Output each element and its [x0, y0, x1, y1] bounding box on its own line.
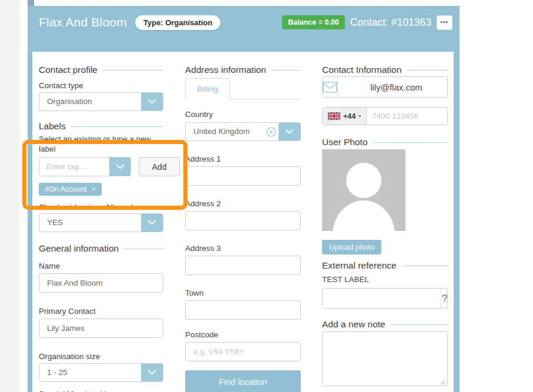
heading-rule [402, 266, 448, 266]
contact-information-heading: Contact Information [322, 65, 448, 75]
heading-rule [271, 70, 301, 71]
person-silhouette-icon [322, 149, 405, 231]
envelope-icon [323, 77, 338, 97]
note-textarea[interactable] [322, 331, 448, 386]
country-select[interactable]: United Kingdom [185, 122, 301, 141]
organisation-size-label: Organisation size [39, 352, 163, 361]
address3-input[interactable] [185, 256, 301, 275]
scroll-notch [28, 0, 34, 6]
town-input[interactable] [185, 300, 301, 320]
tag-chip[interactable]: #On Account × [39, 183, 102, 196]
heading-rule [407, 70, 448, 71]
upload-photo-button[interactable]: Upload photo [322, 240, 381, 254]
chevron-down-icon[interactable] [109, 158, 130, 176]
chevron-down-icon[interactable] [141, 364, 163, 381]
page-left-gutter [0, 0, 19, 392]
panel-header: Flax And Bloom Type: Organisation Balanc… [28, 6, 460, 32]
name-input[interactable] [39, 273, 163, 293]
contact-profile-column: Contact profile Contact type Organisatio… [39, 65, 163, 392]
phone-field: +44 ▾ [322, 107, 448, 125]
contact-panel: Flax And Bloom Type: Organisation Balanc… [28, 6, 460, 392]
contact-type-select[interactable]: Organisation [39, 92, 163, 111]
address2-input[interactable] [185, 211, 301, 230]
address3-label: Address 3 [185, 244, 301, 253]
chevron-down-icon[interactable] [279, 123, 300, 140]
postcode-input[interactable] [185, 342, 301, 361]
panel-body: Contact profile Contact type Organisatio… [32, 52, 454, 392]
phone-input[interactable] [367, 108, 448, 125]
address1-label: Address 1 [185, 155, 301, 163]
address-column: Address information Billing Country Unit… [185, 65, 301, 392]
address-information-heading: Address information [185, 65, 301, 75]
note-field-wrap [322, 331, 448, 388]
tag-chip-label: #On Account [45, 185, 87, 193]
more-options-button[interactable]: ••• [437, 15, 452, 30]
header-right-group: Balance = 0.00 Contact: #101363 ••• [282, 15, 452, 30]
question-mark-icon[interactable]: ? [441, 289, 448, 308]
organisation-size-select[interactable]: 1 - 25 [39, 363, 163, 382]
contact-profile-heading: Contact profile [39, 65, 163, 75]
address-tab-bar: Billing [185, 78, 301, 99]
email-field [322, 76, 448, 98]
type-badge: Type: Organisation [135, 15, 221, 30]
primary-contact-label: Primary Contact [39, 307, 163, 316]
tag-select[interactable] [39, 157, 131, 176]
chevron-down-icon[interactable] [141, 214, 163, 232]
user-photo-heading: User Photo [322, 137, 448, 148]
address2-label: Address 2 [185, 199, 301, 208]
checkout-invoices-select[interactable]: YES [39, 213, 163, 232]
primary-contact-input[interactable] [39, 319, 163, 338]
labels-hint: Select an existing or type a new label [39, 134, 165, 154]
circle-x-icon[interactable] [263, 123, 279, 140]
contact-information-column: Contact Information [322, 65, 448, 388]
name-label: Name [39, 262, 163, 270]
resize-handle-icon[interactable] [440, 379, 445, 385]
heading-rule [391, 324, 448, 325]
tab-billing[interactable]: Billing [185, 78, 230, 99]
find-location-button[interactable]: Find location [185, 370, 301, 392]
add-note-heading: Add a new note [322, 319, 448, 330]
page: Flax And Bloom Type: Organisation Balanc… [0, 0, 533, 392]
phone-country-code: +44 [343, 112, 356, 120]
town-label: Town [185, 289, 301, 297]
phone-country-selector[interactable]: +44 ▾ [323, 108, 367, 125]
caret-down-icon: ▾ [358, 113, 361, 119]
tag-input[interactable] [39, 158, 109, 176]
external-reference-input[interactable] [323, 289, 441, 308]
address1-input[interactable] [185, 166, 301, 186]
country-label: Country [185, 110, 301, 119]
contact-type-label: Contact type [39, 81, 163, 90]
external-reference-field: ? [322, 288, 448, 309]
heading-rule [373, 142, 448, 143]
chevron-down-icon[interactable] [141, 93, 163, 110]
email-input[interactable] [338, 77, 448, 97]
heading-rule [103, 70, 163, 71]
external-reference-heading: External reference [322, 260, 448, 271]
heading-rule [124, 249, 163, 249]
tag-entry-row: Add [39, 157, 180, 176]
contact-ref: Contact: #101363 [350, 16, 431, 29]
test-label: TEST LABEL [322, 275, 448, 284]
page-title: Flax And Bloom [39, 15, 127, 29]
clipped-next-label: Special Membership [39, 390, 163, 392]
checkout-invoices-label: Checkout Invoices Allowed [39, 203, 163, 212]
general-information-heading: General information [39, 243, 163, 254]
add-tag-button[interactable]: Add [139, 157, 180, 176]
balance-badge: Balance = 0.00 [282, 15, 345, 29]
uk-flag-icon [328, 112, 340, 120]
postcode-label: Postcode [185, 330, 301, 339]
labels-heading: Labels [39, 121, 163, 132]
remove-tag-icon[interactable]: × [92, 185, 96, 193]
heading-rule [71, 126, 163, 127]
